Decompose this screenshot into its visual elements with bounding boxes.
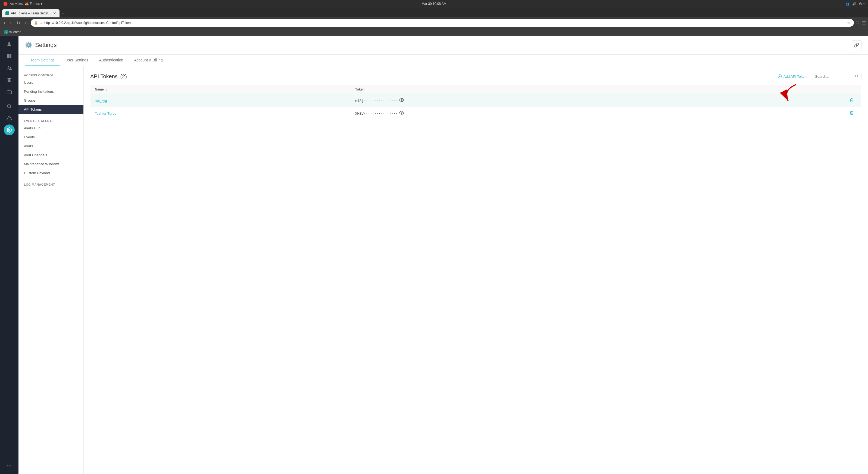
toolbar-actions: 🛡 ☰ (856, 21, 866, 26)
sidebar-icon-packages[interactable] (4, 87, 15, 97)
nav-item-events[interactable]: Events (19, 133, 84, 141)
app-sidebar (0, 36, 19, 474)
new-tab-button[interactable]: + (60, 10, 67, 16)
bookmarks-bar: v vCenter (0, 28, 868, 36)
vcenter-favicon: v (4, 30, 8, 34)
shield-btn[interactable]: 🛡 (856, 21, 860, 25)
address-bar[interactable] (44, 21, 845, 25)
token-cell-1: e48j················ (355, 98, 841, 103)
tab-authentication[interactable]: Authentication (94, 55, 129, 66)
search-input[interactable] (815, 74, 853, 78)
right-content: API Tokens (2) Add API Token (84, 66, 868, 474)
svg-rect-7 (7, 91, 12, 94)
people-icon: 👥 (845, 2, 849, 6)
nav-item-api-tokens[interactable]: API Tokens (19, 105, 84, 114)
svg-point-11 (9, 129, 10, 131)
col-name: Name ↑ (91, 85, 351, 94)
tokens-actions: Add API Token (775, 72, 862, 80)
tab-user-settings[interactable]: User Settings (60, 55, 94, 66)
settings-gear-icon: ⚙️ (25, 41, 32, 49)
token-row-2-name: Test for Turbo (91, 107, 351, 120)
token-row-1-delete (845, 94, 862, 107)
svg-rect-2 (9, 54, 11, 56)
tab-account-billing[interactable]: Account & Billing (129, 55, 168, 66)
svg-point-13 (9, 465, 9, 466)
firefox-label[interactable]: 🦊 Firefox ▾ (25, 2, 42, 6)
token-name-link-2[interactable]: Test for Turbo (95, 112, 116, 116)
nav-item-alerts-hub[interactable]: Alerts Hub (19, 124, 84, 133)
main-area: ⚙️ Settings Team Settings User Settings … (19, 36, 868, 474)
app-container: ⚙️ Settings Team Settings User Settings … (0, 36, 868, 474)
sidebar-icon-more[interactable] (4, 461, 15, 471)
token-cell-2: XHEV················ (355, 110, 841, 116)
power-icon[interactable]: ⏻ ▾ (859, 2, 865, 6)
table-row: api_zyg e48j················ (91, 94, 862, 107)
svg-rect-4 (9, 56, 11, 58)
sidebar-icon-roles[interactable] (4, 74, 15, 85)
nav-item-pending-invitations[interactable]: Pending Invitations (19, 87, 84, 96)
bookmark-star[interactable]: ☆ (847, 21, 850, 25)
nav-item-users[interactable]: Users (19, 78, 84, 87)
section-title-events-alerts: EVENTS & ALERTS (19, 117, 84, 124)
section-title-access-control: ACCESS CONTROL (19, 71, 84, 78)
sort-icon[interactable]: ↑ (106, 88, 107, 91)
token-name-link-1[interactable]: api_zyg (95, 99, 107, 103)
api-tokens-table: Name ↑ Token api_zyg (90, 85, 862, 120)
sidebar-icon-person[interactable] (4, 39, 15, 50)
svg-point-6 (10, 67, 11, 68)
tab-bar: API Tokens – Team Settin… ✕ + (0, 8, 868, 18)
nav-item-custom-payload[interactable]: Custom Payload (19, 168, 84, 178)
sidebar-icon-settings[interactable] (4, 124, 15, 135)
activities-label[interactable]: Activities (10, 2, 23, 6)
tokens-count: (2) (120, 73, 127, 80)
svg-point-21 (401, 112, 402, 114)
home-button[interactable]: ⌂ (23, 19, 29, 26)
os-logo: 🔴 (3, 2, 8, 6)
svg-point-20 (401, 99, 402, 101)
tokens-header: API Tokens (2) Add API Token (90, 72, 862, 80)
search-icon[interactable] (855, 74, 859, 79)
svg-point-12 (7, 465, 8, 466)
content-layout: ACCESS CONTROL Users Pending Invitations… (19, 66, 868, 474)
svg-point-0 (8, 42, 10, 44)
forward-button[interactable]: › (8, 19, 13, 26)
tokens-title: API Tokens (2) (90, 73, 127, 80)
token-delete-button-2[interactable] (849, 111, 854, 116)
settings-header: ⚙️ Settings (19, 36, 868, 55)
sidebar-icon-users[interactable] (4, 63, 15, 73)
lock-icon: 🔒 (34, 21, 38, 25)
menu-btn[interactable]: ☰ (862, 21, 866, 26)
col-name-label: Name (95, 88, 104, 91)
back-button[interactable]: ‹ (2, 19, 7, 26)
sidebar-icon-alerts[interactable] (4, 113, 15, 123)
col-actions (845, 85, 862, 94)
tokens-title-text: API Tokens (90, 73, 118, 80)
sidebar-icon-dashboard[interactable] (4, 51, 15, 61)
token-delete-button-1[interactable] (849, 98, 854, 103)
tab-title: API Tokens – Team Settin… (11, 11, 51, 15)
reload-button[interactable]: ↻ (15, 19, 22, 27)
secure-icon: 🛡 (40, 21, 43, 25)
sidebar-icon-search[interactable] (4, 101, 15, 112)
tab-close-button[interactable]: ✕ (53, 11, 56, 15)
nav-item-maintenance-windows[interactable]: Maintenance Windows (19, 160, 84, 168)
nav-item-groups[interactable]: Groups (19, 96, 84, 105)
token-eye-icon-1[interactable] (399, 98, 404, 103)
bookmark-vcenter[interactable]: v vCenter (3, 30, 22, 34)
browser-tab-active[interactable]: API Tokens – Team Settin… ✕ (2, 9, 60, 18)
svg-point-14 (10, 465, 11, 466)
red-arrow-annotation (775, 82, 802, 106)
add-api-token-button[interactable]: Add API Token (775, 72, 809, 80)
token-eye-icon-2[interactable] (399, 110, 404, 116)
tab-team-settings[interactable]: Team Settings (25, 55, 60, 66)
nav-item-alerts[interactable]: Alerts (19, 141, 84, 151)
table-header-row: Name ↑ Token (91, 85, 862, 94)
section-title-log-management: LOG MANAGEMENT (19, 181, 84, 187)
address-bar-wrapper: 🔒 🛡 ☆ (31, 19, 854, 27)
nav-item-alert-channels[interactable]: Alert Channels (19, 151, 84, 160)
token-value-2: XHEV················ (355, 112, 398, 116)
col-token: Token (351, 85, 845, 94)
os-bar-right: 👥 🔊 ⏻ ▾ (845, 2, 865, 6)
link-icon-button[interactable] (852, 40, 862, 50)
token-row-2-value: XHEV················ (351, 107, 845, 120)
